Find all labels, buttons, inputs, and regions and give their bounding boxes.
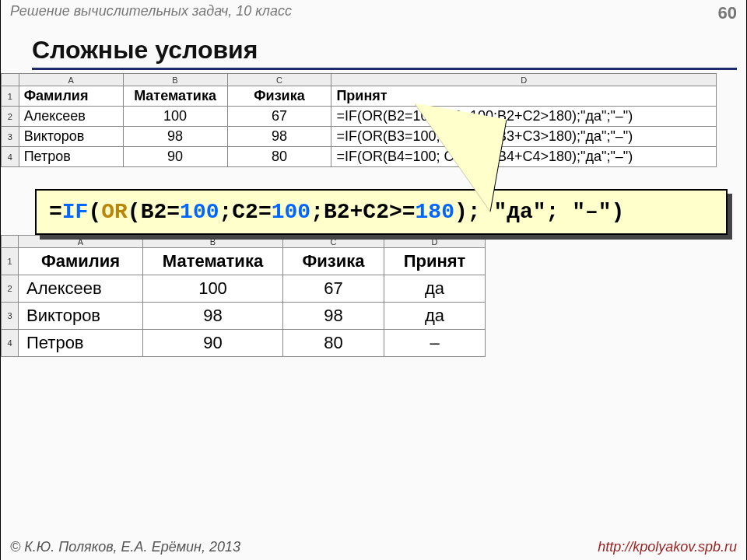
- spreadsheet-formulas: A B C D 1 Фамилия Математика Физика Прин…: [1, 73, 717, 167]
- formula-callout: =IF(OR(B2=100;C2=100;B2+C2>=180); "да"; …: [35, 189, 728, 235]
- row-header: 1: [2, 248, 19, 275]
- table-header-cell: Принят: [384, 248, 486, 275]
- table-cell: 90: [123, 147, 227, 167]
- row-header: 3: [2, 303, 19, 330]
- footer-url: http://kpolyakov.spb.ru: [598, 539, 737, 555]
- row-header: 4: [2, 147, 19, 167]
- col-header: B: [123, 74, 227, 86]
- corner-cell: [2, 236, 19, 248]
- table-cell: да: [384, 275, 486, 303]
- table-cell: 98: [227, 127, 331, 147]
- table-header-cell: Математика: [143, 248, 283, 275]
- table-cell: 67: [283, 275, 384, 303]
- col-header: A: [19, 74, 123, 86]
- col-header: B: [143, 236, 283, 248]
- row-header: 2: [2, 275, 19, 303]
- col-header: C: [283, 236, 384, 248]
- table-cell: да: [384, 303, 486, 330]
- table-cell: 98: [123, 127, 227, 147]
- table-cell: 67: [227, 107, 331, 127]
- formula-number: 100: [180, 200, 219, 224]
- col-header: D: [331, 74, 717, 86]
- table-cell: =IF(OR(B4=100; C4=100;B4+C4>180);"да";"–…: [331, 147, 717, 167]
- slide-title: Сложные условия: [32, 36, 737, 70]
- page-number: 60: [718, 3, 737, 23]
- table-cell: =IF(OR(B3=100; C3=100;B3+C3>180);"да";"–…: [331, 127, 717, 147]
- table-header-cell: Физика: [227, 86, 331, 107]
- table-cell: 80: [283, 330, 384, 357]
- table-cell: 90: [143, 330, 283, 357]
- table-cell: 100: [143, 275, 283, 303]
- row-header: 2: [2, 107, 19, 127]
- formula-text: B2=: [141, 200, 180, 224]
- table-cell: Алексеев: [19, 107, 123, 127]
- table-header-cell: Фамилия: [19, 86, 123, 107]
- table-cell: =IF(OR(B2=100; C2=100;B2+C2>180);"да";"–…: [331, 107, 717, 127]
- callout-pointer: [398, 103, 506, 211]
- formula-if: IF: [62, 200, 89, 224]
- table-cell: Викторов: [19, 127, 123, 147]
- formula-or: OR: [101, 200, 128, 224]
- col-header: C: [227, 74, 331, 86]
- corner-cell: [2, 74, 19, 86]
- spreadsheet-results: A B C D 1 Фамилия Математика Физика Прин…: [1, 235, 486, 357]
- formula-text: (: [128, 200, 141, 224]
- table-header-cell: Физика: [283, 248, 384, 275]
- table-cell: 98: [283, 303, 384, 330]
- table-cell: Викторов: [19, 303, 143, 330]
- course-title: Решение вычислительных задач, 10 класс: [10, 3, 292, 19]
- table-cell: Петров: [19, 330, 143, 357]
- formula-text: ;B2+C2>=: [310, 200, 415, 224]
- formula-text: (: [88, 200, 101, 224]
- table-cell: –: [384, 330, 486, 357]
- table-cell: 98: [143, 303, 283, 330]
- table-cell: Петров: [19, 147, 123, 167]
- table-cell: Алексеев: [19, 275, 143, 303]
- col-header: A: [19, 236, 143, 248]
- col-header: D: [384, 236, 486, 248]
- formula-text: ;C2=: [219, 200, 272, 224]
- row-header: 4: [2, 330, 19, 357]
- table-header-cell: Математика: [123, 86, 227, 107]
- table-cell: 80: [227, 147, 331, 167]
- row-header: 3: [2, 127, 19, 147]
- formula-number: 100: [272, 200, 310, 224]
- copyright: © К.Ю. Поляков, Е.А. Ерёмин, 2013: [10, 539, 240, 555]
- table-header-cell: Принят: [331, 86, 717, 107]
- table-header-cell: Фамилия: [19, 248, 143, 275]
- table-cell: 100: [123, 107, 227, 127]
- formula-text: =: [49, 200, 62, 224]
- row-header: 1: [2, 86, 19, 107]
